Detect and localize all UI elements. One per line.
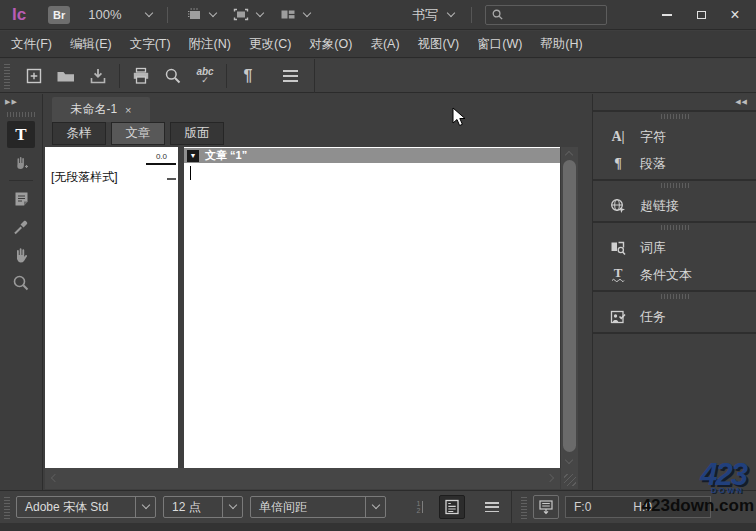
chevron-down-icon xyxy=(222,497,242,517)
menu-object[interactable]: 对象(O) xyxy=(300,31,361,58)
chevron-down-icon xyxy=(447,8,455,16)
window-bottom-edge xyxy=(0,523,756,531)
dock-group-drag-handle[interactable] xyxy=(661,114,689,119)
spell-check-button[interactable]: abc ✓ xyxy=(189,63,221,89)
collapse-dock-button[interactable]: ◀◀ xyxy=(593,94,756,110)
scroll-down-icon[interactable] xyxy=(565,456,573,464)
zoom-tool-button[interactable] xyxy=(7,269,35,296)
search-input[interactable] xyxy=(504,8,601,22)
menu-table[interactable]: 表(A) xyxy=(361,31,408,58)
maximize-button[interactable] xyxy=(686,5,716,25)
close-icon: × xyxy=(730,6,739,24)
collapse-story-icon[interactable]: ▼ xyxy=(187,150,199,162)
magnifier-icon xyxy=(11,273,31,293)
statusbar-drag-handle[interactable] xyxy=(4,495,10,519)
toolbar-drag-handle[interactable] xyxy=(4,63,10,89)
font-family-dropdown[interactable]: Adobe 宋体 Std xyxy=(16,496,156,518)
scroll-up-icon[interactable] xyxy=(565,151,573,159)
vertical-scrollbar-thumb[interactable] xyxy=(563,160,576,452)
hand-tool-button[interactable] xyxy=(7,241,35,268)
minimize-icon xyxy=(662,14,672,16)
panel-character[interactable]: A| 字符 xyxy=(593,123,756,150)
leading-value: 单倍间距 xyxy=(251,497,365,517)
panel-assignments[interactable]: 任务 xyxy=(593,303,756,330)
line-numbers-toggle[interactable]: 12 xyxy=(407,495,433,519)
find-change-button[interactable] xyxy=(157,63,189,89)
scrollbar-corner xyxy=(561,468,578,489)
save-button[interactable] xyxy=(82,63,114,89)
incopy-window: Ic Br 100% xyxy=(0,0,756,531)
close-button[interactable]: × xyxy=(720,5,750,25)
story-editor[interactable]: [无段落样式] 0.0 ▼ 文章 “1” xyxy=(45,147,578,468)
resize-grip-icon[interactable] xyxy=(564,474,576,486)
print-button[interactable] xyxy=(125,63,157,89)
window-controls: × xyxy=(648,5,750,25)
menu-view[interactable]: 视图(V) xyxy=(409,31,469,58)
footage-value: F:0 xyxy=(574,500,591,514)
leading-dropdown[interactable]: 单倍间距 xyxy=(250,496,386,518)
menu-file[interactable]: 文件(F) xyxy=(2,31,61,58)
tab-galley-view[interactable]: 条样 xyxy=(52,122,106,145)
new-document-button[interactable] xyxy=(18,63,50,89)
chevron-down-icon xyxy=(365,497,385,517)
view-options-dropdown[interactable] xyxy=(177,4,224,26)
font-size-dropdown[interactable]: 12 点 xyxy=(163,496,243,518)
dock-group-drag-handle[interactable] xyxy=(661,183,689,188)
eyedropper-tool-button[interactable] xyxy=(7,213,35,240)
close-tab-icon[interactable]: × xyxy=(125,104,131,116)
screen-mode-dropdown[interactable] xyxy=(224,4,271,26)
tab-layout-view[interactable]: 版面 xyxy=(170,122,224,145)
maximize-icon xyxy=(697,11,706,19)
panel-label: 超链接 xyxy=(640,197,679,215)
bridge-button[interactable]: Br xyxy=(48,6,70,24)
toolbar-menu-button[interactable] xyxy=(274,63,306,89)
divider xyxy=(226,64,227,88)
title-bar: Ic Br 100% xyxy=(0,0,756,30)
panel-paragraph[interactable]: ¶ 段落 xyxy=(593,150,756,177)
horizontal-scrollbar[interactable] xyxy=(45,468,560,489)
menu-edit[interactable]: 编辑(E) xyxy=(61,31,121,58)
story-text-area[interactable]: ▼ 文章 “1” xyxy=(184,147,560,468)
story-header[interactable]: ▼ 文章 “1” xyxy=(184,148,560,163)
open-button[interactable] xyxy=(50,63,82,89)
depth-ruler-line xyxy=(146,163,176,165)
scroll-left-icon[interactable] xyxy=(51,474,59,482)
search-box[interactable] xyxy=(485,5,607,25)
workspace-switcher[interactable]: 书写 xyxy=(404,4,462,26)
dock-group-assignments: 任务 xyxy=(593,290,756,332)
dock-group-drag-handle[interactable] xyxy=(661,225,689,230)
note-tool-button[interactable] xyxy=(7,185,35,212)
dock-group-drag-handle[interactable] xyxy=(661,294,689,299)
minimize-button[interactable] xyxy=(652,5,682,25)
watermark-logo-subtext: DOWN xyxy=(642,487,744,495)
info-column-toggle[interactable] xyxy=(439,495,465,519)
menu-help[interactable]: 帮助(H) xyxy=(531,31,591,58)
scroll-right-icon[interactable] xyxy=(546,474,554,482)
depth-ruler-toggle[interactable] xyxy=(533,495,559,519)
tab-story-view[interactable]: 文章 xyxy=(111,122,165,145)
statusbar-drag-handle[interactable] xyxy=(521,495,527,519)
panel-thesaurus[interactable]: 词库 xyxy=(593,234,756,261)
panel-conditional-text[interactable]: T 条件文本 xyxy=(593,261,756,288)
panel-hyperlinks[interactable]: 超链接 xyxy=(593,192,756,219)
chevron-down-icon xyxy=(303,8,311,16)
zoom-level-dropdown[interactable]: 100% xyxy=(82,4,158,26)
statusbar-menu-button[interactable] xyxy=(479,495,505,519)
vertical-scrollbar[interactable] xyxy=(560,147,578,468)
panel-label: 条件文本 xyxy=(640,266,692,284)
menu-bar: 文件(F) 编辑(E) 文字(T) 附注(N) 更改(C) 对象(O) 表(A)… xyxy=(0,31,756,58)
divider xyxy=(167,7,168,23)
menu-changes[interactable]: 更改(C) xyxy=(240,31,300,58)
position-tool-button[interactable] xyxy=(7,149,35,176)
menu-notes[interactable]: 附注(N) xyxy=(180,31,240,58)
divider xyxy=(314,59,315,93)
document-tab[interactable]: 未命名-1 × xyxy=(52,97,150,122)
menu-window[interactable]: 窗口(W) xyxy=(468,31,531,58)
menu-type[interactable]: 文字(T) xyxy=(121,31,180,58)
arrange-documents-dropdown[interactable] xyxy=(271,4,318,26)
tools-panel-expand[interactable]: ▶▶ xyxy=(0,94,42,110)
tools-panel-drag-handle[interactable] xyxy=(7,112,35,117)
show-hidden-characters-button[interactable]: ¶ xyxy=(232,63,264,89)
type-tool-button[interactable]: T xyxy=(7,121,35,148)
line-numbers-icon: 12 xyxy=(417,500,424,514)
